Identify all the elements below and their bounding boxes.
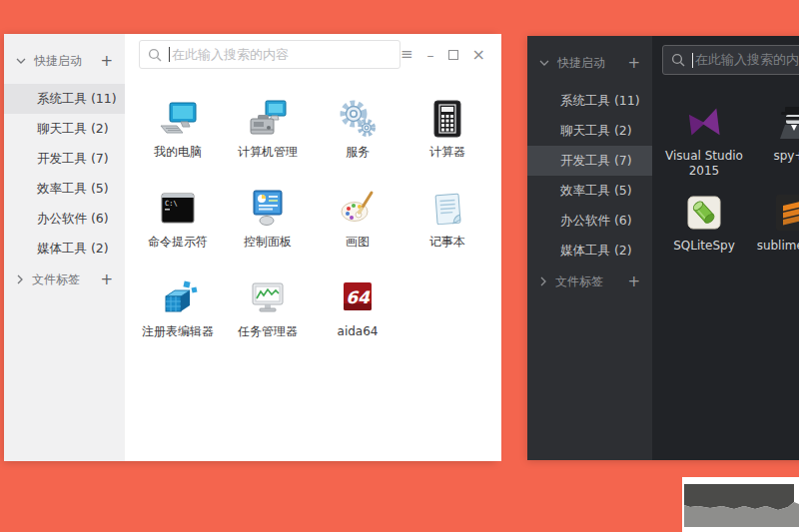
command-prompt-icon: C:\	[156, 187, 200, 231]
topbar: 在此输入搜索的内容 ≡ – ×	[125, 34, 501, 69]
main-pane: 在此输入搜索的内容 Visual Studio 2015spy++SQLiteS…	[652, 36, 799, 460]
search-placeholder: 在此输入搜索的内容	[172, 46, 289, 64]
chevron-down-icon	[539, 59, 549, 67]
app-label: spy++	[773, 149, 799, 164]
sidebar-item-0[interactable]: 系统工具 (11)	[527, 86, 652, 116]
menu-button[interactable]: ≡	[400, 47, 413, 62]
app-item[interactable]: sublime text	[749, 191, 799, 280]
sidebar-item-4[interactable]: 办公软件 (6)	[527, 206, 652, 236]
minimize-button[interactable]: –	[427, 48, 434, 62]
app-label: 命令提示符	[148, 235, 208, 250]
topbar: 在此输入搜索的内容	[652, 36, 799, 75]
app-label: sublime text	[757, 239, 799, 254]
computer-management-icon	[246, 97, 290, 141]
chevron-down-icon	[16, 57, 26, 65]
sublime-text-icon	[772, 191, 799, 235]
category-list: 系统工具 (11)聊天工具 (2)开发工具 (7)效率工具 (5)办公软件 (6…	[527, 86, 652, 266]
app-item[interactable]: 我的电脑	[133, 97, 223, 187]
close-button[interactable]: ×	[472, 47, 485, 63]
app-item[interactable]: 服务	[313, 97, 402, 187]
sidebar-group-label: 快捷启动	[557, 55, 627, 72]
sidebar-footer-label: 文件标签	[555, 273, 627, 290]
sidebar-item-0-selected[interactable]: 系统工具 (11)	[4, 84, 125, 114]
app-item[interactable]: spy++	[749, 101, 799, 191]
app-item[interactable]: 64aida64	[313, 276, 402, 366]
app-item[interactable]: 任务管理器	[223, 276, 313, 366]
app-label: 注册表编辑器	[142, 324, 214, 339]
app-item[interactable]: 计算器	[402, 97, 492, 187]
visual-studio-icon	[682, 101, 726, 145]
sidebar-item-3[interactable]: 效率工具 (5)	[527, 176, 652, 206]
text-caret	[692, 53, 693, 68]
app-label: 画图	[346, 235, 370, 250]
app-item[interactable]: 计算机管理	[223, 97, 313, 187]
notepad-icon	[425, 187, 469, 231]
launcher-window-light: 快捷启动 + 系统工具 (11)聊天工具 (2)开发工具 (7)效率工具 (5)…	[4, 34, 496, 461]
app-item[interactable]: 记事本	[402, 187, 492, 276]
search-input[interactable]: 在此输入搜索的内容	[662, 45, 799, 75]
app-item[interactable]: 注册表编辑器	[133, 276, 223, 366]
paint-icon	[336, 187, 380, 231]
search-icon	[148, 48, 162, 62]
add-category-button[interactable]: +	[627, 56, 640, 71]
chevron-right-icon	[539, 276, 547, 286]
sidebar-item-3[interactable]: 效率工具 (5)	[4, 174, 125, 204]
aida64-icon: 64	[336, 276, 380, 320]
task-manager-icon	[246, 276, 290, 320]
sidebar-item-2[interactable]: 开发工具 (7)	[4, 144, 125, 174]
control-panel-icon	[246, 187, 290, 231]
my-computer-icon	[156, 97, 200, 141]
app-label: aida64	[338, 324, 379, 339]
app-label: 计算器	[429, 145, 465, 160]
sidebar-group-file-tags[interactable]: 文件标签 +	[527, 268, 652, 294]
sidebar: 快捷启动 + 系统工具 (11)聊天工具 (2)开发工具 (7)效率工具 (5)…	[4, 34, 125, 461]
window-controls: ≡ – ×	[400, 47, 491, 63]
app-label: Visual Studio 2015	[659, 149, 749, 179]
sidebar-group-quick-launch[interactable]: 快捷启动 +	[527, 50, 652, 76]
app-label: 计算机管理	[238, 145, 298, 160]
sidebar-group-quick-launch[interactable]: 快捷启动 +	[4, 48, 125, 74]
corner-thumbnail	[682, 477, 799, 532]
add-category-button[interactable]: +	[100, 54, 113, 69]
sqlitespy-icon	[682, 191, 726, 235]
app-label: SQLiteSpy	[673, 239, 735, 254]
chevron-right-icon	[16, 274, 24, 284]
main-pane: 在此输入搜索的内容 ≡ – × 我的电脑计算机管理服务计算器C:\命令提示符控制…	[125, 34, 501, 461]
svg-text:C:\: C:\	[165, 200, 178, 208]
sidebar: 快捷启动 + 系统工具 (11)聊天工具 (2)开发工具 (7)效率工具 (5)…	[527, 36, 652, 460]
category-list: 系统工具 (11)聊天工具 (2)开发工具 (7)效率工具 (5)办公软件 (6…	[4, 84, 125, 264]
app-item[interactable]: Visual Studio 2015	[659, 101, 749, 191]
app-item[interactable]: SQLiteSpy	[659, 191, 749, 280]
sidebar-item-1[interactable]: 聊天工具 (2)	[4, 114, 125, 144]
app-item[interactable]: C:\命令提示符	[133, 187, 223, 276]
calculator-icon	[425, 97, 469, 141]
sidebar-item-5[interactable]: 媒体工具 (2)	[4, 234, 125, 264]
app-item[interactable]: 画图	[313, 187, 402, 276]
thumbnail-graphic	[682, 477, 799, 532]
add-tag-button[interactable]: +	[100, 272, 113, 287]
app-item[interactable]: 控制面板	[223, 187, 313, 276]
sidebar-item-4[interactable]: 办公软件 (6)	[4, 204, 125, 234]
app-label: 我的电脑	[154, 145, 202, 160]
app-label: 服务	[346, 145, 370, 160]
desktop: 快捷启动 + 系统工具 (11)聊天工具 (2)开发工具 (7)效率工具 (5)…	[0, 0, 799, 532]
registry-editor-icon	[156, 276, 200, 320]
spy-plus-plus-icon	[772, 101, 799, 145]
app-grid: 我的电脑计算机管理服务计算器C:\命令提示符控制面板画图记事本注册表编辑器任务管…	[133, 97, 501, 366]
services-gears-icon	[336, 97, 380, 141]
app-label: 记事本	[429, 235, 465, 250]
add-tag-button[interactable]: +	[627, 274, 640, 289]
search-icon	[671, 53, 685, 67]
search-input[interactable]: 在此输入搜索的内容	[139, 40, 400, 69]
launcher-window-dark: 快捷启动 + 系统工具 (11)聊天工具 (2)开发工具 (7)效率工具 (5)…	[527, 36, 799, 460]
sidebar-item-1[interactable]: 聊天工具 (2)	[527, 116, 652, 146]
text-caret	[169, 47, 170, 62]
sidebar-footer-label: 文件标签	[32, 271, 100, 288]
sidebar-item-2-selected[interactable]: 开发工具 (7)	[527, 146, 652, 176]
sidebar-group-label: 快捷启动	[34, 53, 100, 70]
sidebar-group-file-tags[interactable]: 文件标签 +	[4, 266, 125, 292]
app-grid: Visual Studio 2015spy++SQLiteSpysublime …	[659, 101, 799, 280]
sidebar-item-5[interactable]: 媒体工具 (2)	[527, 236, 652, 266]
maximize-button[interactable]	[448, 50, 458, 60]
svg-text:64: 64	[346, 287, 371, 307]
